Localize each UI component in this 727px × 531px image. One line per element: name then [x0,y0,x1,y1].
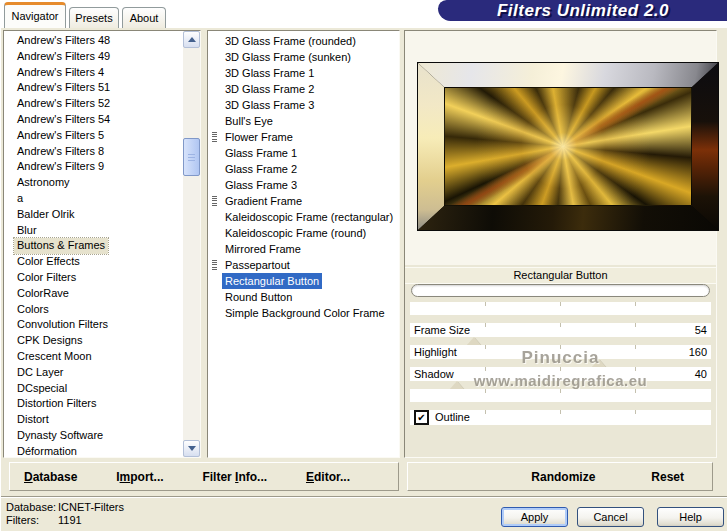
editor-button[interactable]: Editor... [306,470,350,484]
database-button[interactable]: Database [24,470,77,484]
filter-item[interactable]: Bull's Eye [208,113,399,129]
preview-panel: Rectangular Button Frame Size54Highlight… [404,30,717,458]
category-item[interactable]: Andrew's Filters 9 [4,159,200,175]
category-item[interactable]: Andrew's Filters 52 [4,96,200,112]
filters-unlimited-window: Navigator Presets About Filters Unlimite… [0,0,727,531]
preview-section [405,31,716,265]
slider-spacer-row [410,302,711,315]
preview-frame-bevel-right [692,63,718,230]
help-button[interactable]: Help [657,507,724,527]
outline-label: Outline [435,410,470,425]
tab-navigator[interactable]: Navigator [4,2,66,28]
tab-about[interactable]: About [122,7,166,28]
outline-row[interactable]: Outline [410,410,711,425]
arrow-up-icon [188,37,196,42]
category-item[interactable]: Blur [4,223,200,239]
filter-item[interactable]: 3D Glass Frame (sunken) [208,49,399,65]
starburst-image [444,87,692,206]
progress-bar [411,284,710,297]
category-list[interactable]: Andrew's Filters 48Andrew's Filters 49An… [3,30,201,458]
category-item[interactable]: Distortion Filters [4,396,200,412]
category-item[interactable]: CPK Designs [4,333,200,349]
filter-item[interactable]: 3D Glass Frame 2 [208,81,399,97]
cancel-button[interactable]: Cancel [577,507,644,527]
slider-value: 40 [695,367,707,381]
category-list-scrollbar[interactable] [183,31,200,457]
category-item[interactable]: a [4,191,200,207]
tab-navigator-label: Navigator [11,10,58,22]
slider-value: 54 [695,323,707,337]
filter-list[interactable]: 3D Glass Frame (rounded)3D Glass Frame (… [207,30,400,458]
category-item[interactable]: DCspecial [4,381,200,397]
filter-item[interactable]: Glass Frame 3 [208,177,399,193]
slider-frame-size[interactable]: Frame Size54 [410,323,711,337]
category-item[interactable]: Color Effects [4,254,200,270]
selected-filter-name: Rectangular Button [405,267,716,284]
status-divider [1,496,727,498]
category-item[interactable]: Andrew's Filters 48 [4,33,200,49]
category-item[interactable]: Andrew's Filters 4 [4,65,200,81]
scroll-down-button[interactable] [183,440,200,457]
randomize-button[interactable]: Randomize [531,470,595,484]
category-item[interactable]: Dynasty Software [4,428,200,444]
category-item[interactable]: Colors [4,302,200,318]
slider-group: Frame Size54Highlight160Shadow40 Outline… [410,302,711,433]
filters-count-value: 1191 [58,514,82,526]
scroll-up-button[interactable] [183,31,200,48]
filter-item[interactable]: Passepartout [208,257,399,273]
filter-item[interactable]: Kaleidoscopic Frame (round) [208,225,399,241]
randomize-bar: Randomize Reset [407,462,713,491]
preview-frame-bevel-left [418,63,444,230]
stacked-lines-icon [212,132,217,143]
filter-item[interactable]: Gradient Frame [208,193,399,209]
category-item[interactable]: Convolution Filters [4,317,200,333]
tab-presets[interactable]: Presets [69,7,119,28]
filter-item[interactable]: 3D Glass Frame 1 [208,65,399,81]
filter-item[interactable]: Simple Background Color Frame [208,305,399,321]
preview-frame-bevel-bottom [418,206,718,230]
category-item[interactable]: Crescent Moon [4,349,200,365]
reset-button[interactable]: Reset [651,470,684,484]
category-item[interactable]: Andrew's Filters 8 [4,144,200,160]
app-title: Filters Unlimited 2.0 [497,1,669,21]
database-value: ICNET-Filters [58,501,124,513]
filter-item[interactable]: Glass Frame 2 [208,161,399,177]
category-item[interactable]: Andrew's Filters 49 [4,49,200,65]
stacked-lines-icon [212,196,217,207]
filter-item[interactable]: 3D Glass Frame 3 [208,97,399,113]
tab-about-label: About [130,12,159,24]
slider-label: Frame Size [414,323,470,337]
tab-presets-label: Presets [75,12,112,24]
slider-label: Highlight [414,345,457,359]
slider-highlight[interactable]: Highlight160 [410,345,711,359]
category-item[interactable]: Andrew's Filters 54 [4,112,200,128]
category-item[interactable]: Andrew's Filters 51 [4,80,200,96]
filter-item[interactable]: Mirrored Frame [208,241,399,257]
import-button[interactable]: Import... [116,470,163,484]
check-icon [417,410,425,425]
category-item[interactable]: Astronomy [4,175,200,191]
filter-item[interactable]: Glass Frame 1 [208,145,399,161]
outline-checkbox[interactable] [414,410,429,425]
filter-item[interactable]: Round Button [208,289,399,305]
category-item[interactable]: Distort [4,412,200,428]
slider-label: Shadow [414,367,454,381]
category-item[interactable]: Déformation [4,444,200,458]
category-item[interactable]: ColorRave [4,286,200,302]
slider-shadow[interactable]: Shadow40 [410,367,711,381]
filter-item[interactable]: Flower Frame [208,129,399,145]
scrollbar-thumb[interactable] [183,138,200,176]
stacked-lines-icon [212,260,217,271]
category-item[interactable]: Buttons & Frames [4,238,200,254]
category-item[interactable]: Color Filters [4,270,200,286]
category-item[interactable]: DC Layer [4,365,200,381]
filter-info-button[interactable]: Filter Info... [202,470,267,484]
slider-spacer-row [410,389,711,402]
filter-item[interactable]: Kaleidoscopic Frame (rectangular) [208,209,399,225]
apply-button[interactable]: Apply [501,507,568,527]
preview-image [417,62,719,231]
filter-item[interactable]: Rectangular Button [208,273,399,289]
category-item[interactable]: Andrew's Filters 5 [4,128,200,144]
filter-item[interactable]: 3D Glass Frame (rounded) [208,33,399,49]
category-item[interactable]: Balder Olrik [4,207,200,223]
